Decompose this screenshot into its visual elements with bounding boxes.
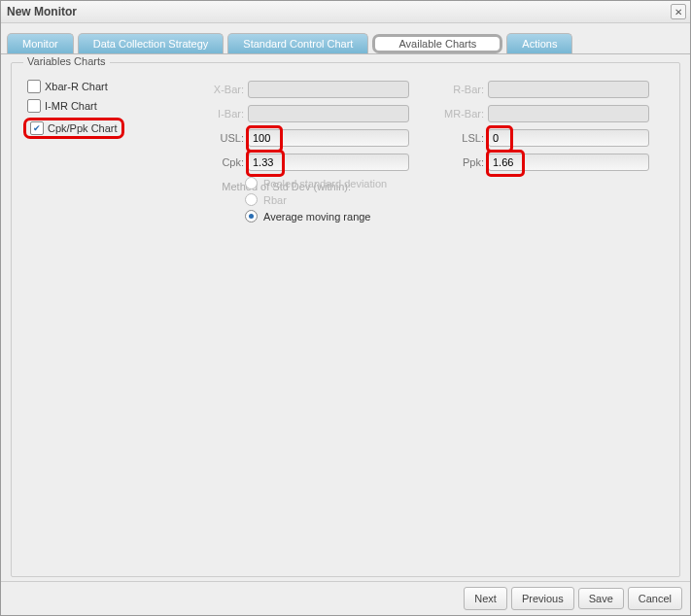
radio-rbar: Rbar — [245, 193, 668, 206]
tab-available-charts[interactable]: Available Charts — [372, 34, 502, 53]
cancel-button[interactable]: Cancel — [628, 587, 682, 610]
imr-chart-option[interactable]: I-MR Chart — [23, 98, 101, 114]
close-icon[interactable]: ✕ — [671, 4, 686, 19]
cpk-ppk-chart-option[interactable]: ✔ Cpk/Ppk Chart — [23, 118, 124, 139]
radio-average-moving-range[interactable]: Average moving range — [245, 210, 668, 222]
option-label: I-MR Chart — [45, 100, 97, 112]
variables-charts-fieldset: Variables Charts Xbar-R Chart I-MR Chart… — [11, 62, 680, 577]
rbar-input — [488, 81, 649, 98]
new-monitor-dialog: New Monitor ✕ Monitor Data Collection St… — [0, 0, 691, 616]
tab-data-collection-strategy[interactable]: Data Collection Strategy — [78, 33, 225, 53]
next-button[interactable]: Next — [464, 587, 507, 610]
usl-input[interactable] — [248, 129, 409, 147]
option-label: Xbar-R Chart — [45, 81, 108, 92]
lsl-input[interactable] — [488, 129, 649, 147]
radio-icon — [245, 177, 258, 189]
tab-standard-control-chart[interactable]: Standard Control Chart — [227, 33, 368, 53]
mrbar-label: MR-Bar: — [431, 108, 484, 120]
radio-label: Rbar — [263, 194, 287, 206]
ibar-input — [248, 105, 409, 122]
xbar-label: X-Bar: — [190, 84, 244, 95]
radio-label: Average moving range — [263, 211, 370, 222]
fieldset-legend: Variables Charts — [23, 55, 110, 67]
checkbox-icon — [27, 80, 41, 93]
xbar-input — [248, 81, 409, 98]
mid-fields-column: X-Bar: I-Bar: USL: Cpk: — [190, 79, 409, 192]
chart-type-column: Xbar-R Chart I-MR Chart ✔ Cpk/Ppk Chart — [23, 79, 169, 192]
titlebar: New Monitor ✕ — [1, 1, 690, 23]
cpk-input[interactable] — [248, 154, 409, 171]
cpk-label: Cpk: — [190, 156, 244, 168]
checkbox-icon — [27, 99, 41, 113]
mrbar-input — [488, 105, 649, 122]
save-button[interactable]: Save — [578, 588, 624, 609]
checkbox-icon: ✔ — [30, 121, 44, 135]
ppk-label: Ppk: — [431, 156, 484, 168]
radio-icon — [245, 193, 258, 206]
form-columns: Xbar-R Chart I-MR Chart ✔ Cpk/Ppk Chart … — [23, 79, 668, 192]
ibar-label: I-Bar: — [190, 108, 244, 120]
footer-buttons: Next Previous Save Cancel — [1, 581, 690, 615]
rbar-label: R-Bar: — [431, 84, 484, 95]
option-label: Cpk/Ppk Chart — [48, 122, 118, 134]
tab-actions[interactable]: Actions — [506, 33, 572, 53]
ppk-input[interactable] — [488, 154, 649, 171]
lsl-label: LSL: — [431, 132, 484, 144]
radio-icon — [245, 210, 258, 222]
xbar-r-chart-option[interactable]: Xbar-R Chart — [23, 79, 112, 94]
std-dev-radio-group: Pooled standard deviation Rbar Average m… — [241, 177, 668, 226]
content-area: Variables Charts Xbar-R Chart I-MR Chart… — [1, 53, 690, 581]
tab-monitor[interactable]: Monitor — [7, 33, 74, 53]
usl-label: USL: — [190, 132, 244, 144]
right-fields-column: R-Bar: MR-Bar: LSL: Ppk: — [431, 79, 649, 192]
radio-label: Pooled standard deviation — [263, 178, 387, 189]
tab-bar: Monitor Data Collection Strategy Standar… — [1, 23, 690, 53]
previous-button[interactable]: Previous — [511, 587, 574, 610]
radio-pooled: Pooled standard deviation — [245, 177, 668, 189]
window-title: New Monitor — [7, 5, 77, 18]
